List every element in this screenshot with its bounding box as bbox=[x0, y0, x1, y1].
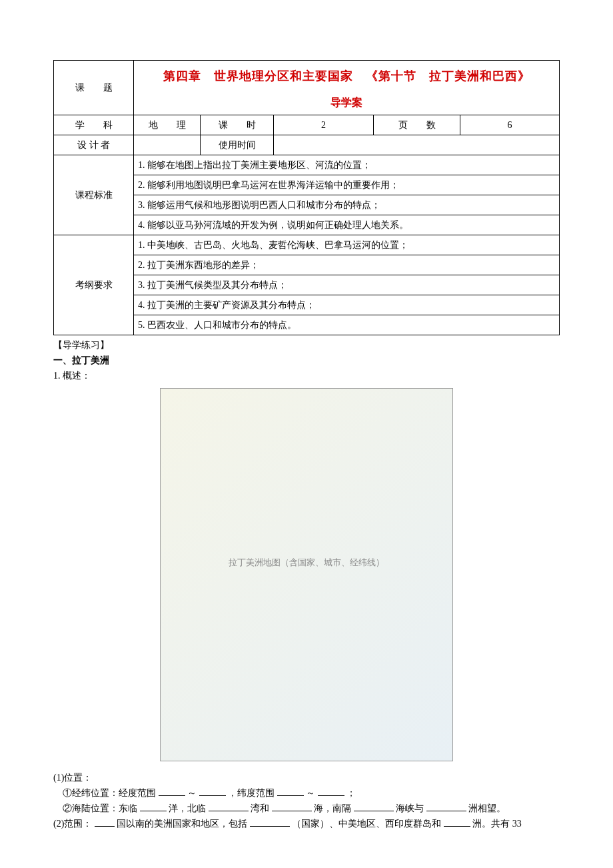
text-fragment: （国家）、中美地区、西印度群岛和 bbox=[292, 819, 441, 829]
text-fragment: ，纬度范围 bbox=[228, 788, 275, 798]
periods-label: 课 时 bbox=[201, 115, 274, 135]
exam-item: 4. 拉丁美洲的主要矿产资源及其分布特点； bbox=[134, 295, 560, 315]
blank-field[interactable] bbox=[209, 802, 249, 811]
exam-item: 5. 巴西农业、人口和城市分布的特点。 bbox=[134, 315, 560, 335]
text-fragment: ①经纬位置：经度范围 bbox=[63, 788, 156, 798]
use-time-label: 使用时间 bbox=[201, 135, 274, 155]
latin-america-map: 拉丁美洲地图（含国家、城市、经纬线） bbox=[160, 388, 453, 761]
text-fragment: ②海陆位置：东临 bbox=[63, 803, 137, 813]
pages-value: 6 bbox=[460, 115, 560, 135]
standards-item: 4. 能够以亚马孙河流域的开发为例，说明如何正确处理人地关系。 bbox=[134, 215, 560, 235]
text-fragment: 海，南隔 bbox=[314, 803, 351, 813]
item-1: 1. 概述： bbox=[53, 369, 560, 383]
blank-field[interactable] bbox=[199, 787, 226, 796]
map-caption: 拉丁美洲地图（含国家、城市、经纬线） bbox=[161, 556, 452, 569]
text-fragment: 海峡与 bbox=[396, 803, 424, 813]
text-fragment: 洲相望。 bbox=[468, 803, 506, 813]
map-figure: 拉丁美洲地图（含国家、城市、经纬线） bbox=[53, 388, 560, 765]
position-line-1: ①经纬位置：经度范围 ～ ，纬度范围 ～ ； bbox=[53, 786, 560, 800]
blank-field[interactable] bbox=[444, 817, 470, 827]
body-content: 【导学练习】 一、拉丁美洲 1. 概述： 拉丁美洲地图（含国家、城市、经纬线） … bbox=[53, 338, 560, 831]
text-fragment: 洋，北临 bbox=[169, 803, 206, 813]
standards-item: 1. 能够在地图上指出拉丁美洲主要地形区、河流的位置； bbox=[134, 155, 560, 175]
exam-item: 2. 拉丁美洲东西地形的差异； bbox=[134, 255, 560, 275]
text-fragment: 国以南的美洲国家和地区，包括 bbox=[117, 819, 247, 829]
subject-label: 学 科 bbox=[54, 115, 134, 135]
designer-value bbox=[134, 135, 201, 155]
topic-label: 课 题 bbox=[54, 61, 134, 115]
periods-value: 2 bbox=[274, 115, 374, 135]
text-fragment: (2)范围： bbox=[53, 819, 92, 829]
standards-item: 3. 能够运用气候和地形图说明巴西人口和城市分布的特点； bbox=[134, 195, 560, 215]
standards-item: 2. 能够利用地图说明巴拿马运河在世界海洋运输中的重要作用； bbox=[134, 175, 560, 195]
blank-field[interactable] bbox=[272, 802, 312, 811]
exam-item: 1. 中美地峡、古巴岛、火地岛、麦哲伦海峡、巴拿马运河的位置； bbox=[134, 235, 560, 255]
pages-label: 页 数 bbox=[374, 115, 460, 135]
use-time-value bbox=[274, 135, 560, 155]
blank-field[interactable] bbox=[250, 817, 290, 827]
text-fragment: 湾和 bbox=[251, 803, 269, 813]
range-line: (2)范围： 国以南的美洲国家和地区，包括 （国家）、中美地区、西印度群岛和 洲… bbox=[53, 817, 560, 831]
section-1-head: 一、拉丁美洲 bbox=[53, 353, 560, 367]
title-cell: 第四章 世界地理分区和主要国家 《第十节 拉丁美洲和巴西》 导学案 bbox=[134, 61, 560, 115]
standards-label: 课程标准 bbox=[54, 155, 134, 235]
blank-field[interactable] bbox=[277, 787, 304, 796]
subject-value: 地 理 bbox=[134, 115, 201, 135]
blank-field[interactable] bbox=[426, 802, 466, 811]
chapter-title: 第四章 世界地理分区和主要国家 《第十节 拉丁美洲和巴西》 bbox=[137, 67, 556, 85]
blank-field[interactable] bbox=[318, 787, 344, 796]
blank-field[interactable] bbox=[354, 802, 394, 811]
position-head: (1)位置： bbox=[53, 771, 560, 785]
blank-field[interactable] bbox=[140, 802, 167, 811]
text-fragment: ～ bbox=[187, 788, 197, 798]
subtitle: 导学案 bbox=[137, 95, 556, 111]
exam-label: 考纲要求 bbox=[54, 235, 134, 335]
text-fragment: ； bbox=[346, 788, 356, 798]
text-fragment: 洲。共有 33 bbox=[472, 819, 522, 829]
blank-field[interactable] bbox=[159, 787, 185, 796]
blank-field[interactable] bbox=[95, 817, 115, 827]
position-line-2: ②海陆位置：东临 洋，北临 湾和 海，南隔 海峡与 洲相望。 bbox=[53, 801, 560, 815]
practice-heading: 【导学练习】 bbox=[53, 338, 560, 352]
designer-label: 设 计 者 bbox=[54, 135, 134, 155]
header-table: 课 题 第四章 世界地理分区和主要国家 《第十节 拉丁美洲和巴西》 导学案 学 … bbox=[53, 60, 560, 335]
text-fragment: ～ bbox=[306, 788, 315, 798]
exam-item: 3. 拉丁美洲气候类型及其分布特点； bbox=[134, 275, 560, 295]
